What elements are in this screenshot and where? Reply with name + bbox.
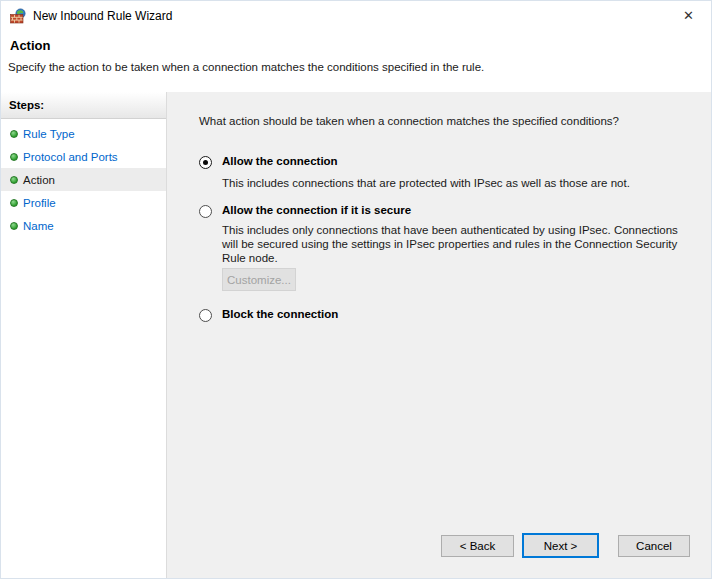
next-button[interactable]: Next > xyxy=(522,533,599,558)
steps-list: Rule Type Protocol and Ports Action Prof… xyxy=(1,122,166,237)
option-description: This includes only connections that have… xyxy=(222,223,687,265)
cancel-button[interactable]: Cancel xyxy=(618,535,690,557)
wizard-dialog: New Inbound Rule Wizard ✕ Action Specify… xyxy=(0,0,712,579)
page-subtitle: Specify the action to be taken when a co… xyxy=(8,61,484,73)
radio-block-connection[interactable] xyxy=(199,309,212,322)
sidebar-item-profile[interactable]: Profile xyxy=(1,191,166,214)
firewall-icon xyxy=(10,8,26,24)
title-bar: New Inbound Rule Wizard ✕ xyxy=(1,1,711,31)
sidebar-item-rule-type[interactable]: Rule Type xyxy=(1,122,166,145)
sidebar-item-name[interactable]: Name xyxy=(1,214,166,237)
page-header: Action Specify the action to be taken wh… xyxy=(1,31,711,92)
page-title: Action xyxy=(10,38,50,53)
sidebar-item-label: Rule Type xyxy=(23,128,75,140)
content-area: Steps: Rule Type Protocol and Ports Acti… xyxy=(1,92,711,578)
sidebar-item-action[interactable]: Action xyxy=(1,168,166,191)
radio-allow-connection[interactable] xyxy=(199,156,212,169)
window-title: New Inbound Rule Wizard xyxy=(33,9,172,23)
main-panel: What action should be taken when a conne… xyxy=(167,92,711,578)
option-label: Block the connection xyxy=(222,308,687,320)
steps-heading: Steps: xyxy=(1,92,166,119)
radio-allow-if-secure[interactable] xyxy=(199,205,212,218)
step-bullet-icon xyxy=(10,222,18,230)
step-bullet-icon xyxy=(10,199,18,207)
sidebar-item-label: Profile xyxy=(23,197,56,209)
steps-sidebar: Steps: Rule Type Protocol and Ports Acti… xyxy=(1,92,167,578)
sidebar-item-protocol-and-ports[interactable]: Protocol and Ports xyxy=(1,145,166,168)
step-bullet-icon xyxy=(10,130,18,138)
step-bullet-icon xyxy=(10,153,18,161)
option-description: This includes connections that are prote… xyxy=(222,176,687,190)
option-label: Allow the connection if it is secure xyxy=(222,204,687,216)
close-button[interactable]: ✕ xyxy=(666,1,711,30)
question-text: What action should be taken when a conne… xyxy=(199,115,687,127)
option-allow-if-secure[interactable]: Allow the connection if it is secure Thi… xyxy=(199,204,687,291)
option-label: Allow the connection xyxy=(222,155,687,167)
option-allow-connection[interactable]: Allow the connection This includes conne… xyxy=(199,155,687,190)
sidebar-item-label: Protocol and Ports xyxy=(23,151,118,163)
sidebar-item-label: Action xyxy=(23,174,55,186)
step-bullet-icon xyxy=(10,176,18,184)
option-block-connection[interactable]: Block the connection xyxy=(199,308,687,320)
customize-button[interactable]: Customize... xyxy=(222,268,296,291)
back-button[interactable]: < Back xyxy=(441,535,514,557)
sidebar-item-label: Name xyxy=(23,220,54,232)
